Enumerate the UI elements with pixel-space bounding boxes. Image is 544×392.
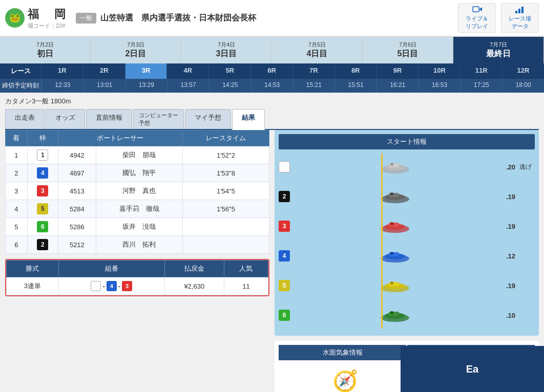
race-info: カタメン3一般 1800m: [5, 97, 539, 106]
svg-rect-0: [473, 7, 479, 12]
table-row: 5 6 5286 坂井 涗哉: [6, 218, 269, 236]
race-row: レース 1R 2R 3R 4R 5R 6R 7R 8R 9R 10R 11R 1…: [0, 63, 544, 93]
th-popularity: 人気: [224, 260, 268, 277]
th-amount: 払戻金: [164, 260, 224, 277]
rank-cell: 4: [6, 200, 28, 218]
lane-badge-3: 3: [279, 221, 290, 232]
time-12: 18:00: [502, 79, 544, 93]
race-num-5[interactable]: 5R: [208, 63, 250, 79]
start-lane-3: 3 .19: [279, 213, 535, 239]
table-row: 2 4 4697 國弘 翔平 1'53"8: [6, 164, 269, 182]
tab-myyo[interactable]: マイ予想: [185, 109, 231, 129]
live-replay-button[interactable]: ライブ＆リプレイ: [458, 3, 496, 33]
date-tab-5[interactable]: 7月6日 5日目: [363, 37, 453, 63]
payout-combo: 1 - 4 - 3: [58, 277, 164, 295]
start-lane-6: 6 .10: [279, 302, 535, 329]
name-cell: 坂井 涗哉: [96, 218, 182, 236]
event-title: 山笠特選 県内選手選抜・日本財団会長杯: [100, 13, 458, 24]
svg-rect-15: [389, 223, 399, 227]
tab-kekka[interactable]: 結果: [232, 109, 265, 130]
waku-cell: 6: [27, 218, 58, 236]
race-label: レース: [0, 63, 41, 79]
start-time-3: .19: [500, 223, 515, 230]
name-cell: 柴田 朋哉: [96, 146, 182, 164]
start-lane-1: 1 .20 逃げ: [279, 154, 535, 180]
start-lane-5: 5 .19: [279, 272, 535, 299]
race-num-8[interactable]: 8R: [334, 63, 376, 79]
table-row: 4 5 5284 嘉手苅 徹哉 1'56"5: [6, 200, 269, 218]
svg-marker-1: [479, 7, 482, 11]
lane-badge-5: 5: [279, 280, 290, 291]
race-nums: 1R 2R 3R 4R 5R 6R 7R 8R 9R 10R 11R 12R: [41, 63, 544, 79]
time-cell: 1'54"5: [182, 182, 269, 200]
date-tab-4[interactable]: 7月5日 4日目: [272, 37, 363, 63]
svg-point-8: [390, 163, 393, 166]
tab-shussohyo[interactable]: 出走表: [5, 109, 45, 129]
tab-odds[interactable]: オッズ: [46, 109, 85, 129]
frog-logo: 🐸: [5, 8, 25, 28]
venue-name: 福 岡: [28, 7, 68, 22]
date-tab-6[interactable]: 7月7日 最終日: [453, 37, 544, 63]
waku-cell: 3: [27, 182, 58, 200]
th-time: レースタイム: [182, 130, 269, 146]
time-6: 14:53: [251, 79, 293, 93]
svg-rect-19: [389, 252, 399, 256]
th-racer: ボートレーサー: [58, 130, 183, 146]
time-4: 13:57: [167, 79, 209, 93]
tab-chokuzen[interactable]: 直前情報: [86, 109, 132, 129]
date-tab-1[interactable]: 7月2日 初日: [0, 37, 91, 63]
race-num-7[interactable]: 7R: [292, 63, 334, 79]
th-type: 勝式: [7, 260, 59, 277]
race-num-4[interactable]: 4R: [166, 63, 208, 79]
race-num-12[interactable]: 12R: [502, 63, 544, 79]
rank-cell: 6: [6, 236, 28, 254]
header-icons: ライブ＆リプレイ レース場データ: [458, 3, 539, 33]
race-num-10[interactable]: 10R: [418, 63, 460, 79]
start-lanes-area: 1 .20 逃げ: [279, 154, 535, 329]
table-row: 1 1 4942 柴田 朋哉 1'52"2: [6, 146, 269, 164]
race-header: レース 1R 2R 3R 4R 5R 6R 7R 8R 9R 10R 11R 1…: [0, 63, 544, 79]
rank-cell: 3: [6, 182, 28, 200]
start-line: [381, 154, 383, 329]
tab-computer[interactable]: コンピューター予想: [133, 109, 184, 129]
boat-area-3: [294, 219, 496, 234]
result-table: 着 枠 ボートレーサー レースタイム 1 1 4942 柴田 朋哉 1'52"2: [5, 130, 269, 254]
date-tabs: 7月2日 初日 7月3日 2日目 7月4日 3日目 7月5日 4日目 7月6日 …: [0, 37, 544, 63]
bottom-text: Ea: [466, 363, 478, 375]
boat-area-1: [294, 159, 496, 175]
sub-tabs: 出走表 オッズ 直前情報 コンピューター予想 マイ予想 結果: [5, 109, 539, 130]
time-9: 16:21: [376, 79, 419, 93]
number-cell: 4697: [58, 164, 96, 182]
rank-cell: 2: [6, 164, 28, 182]
date-tab-3[interactable]: 7月4日 3日目: [181, 37, 272, 63]
svg-rect-27: [389, 312, 399, 316]
race-num-9[interactable]: 9R: [376, 63, 419, 79]
race-num-3[interactable]: 3R: [125, 63, 167, 79]
time-cell: 1'53"8: [182, 164, 269, 182]
svg-point-12: [390, 192, 393, 195]
payout-section: 勝式 組番 払戻金 人気 3連単 1 -: [5, 259, 269, 296]
number-cell: 5284: [58, 200, 96, 218]
lane-badge-6: 6: [279, 310, 290, 321]
weather-title: 水面気象情報: [279, 345, 406, 360]
number-cell: 5212: [58, 236, 96, 254]
time-11: 17:25: [461, 79, 503, 93]
time-cell: [182, 236, 269, 254]
start-time-4: .12: [500, 252, 515, 260]
time-1: 12:33: [41, 79, 83, 93]
start-info: スタート情報 1: [275, 130, 539, 336]
th-waku: 枠: [27, 130, 58, 146]
race-num-11[interactable]: 11R: [460, 63, 502, 79]
logo-area: 🐸 福 岡 場コード：22#: [5, 7, 68, 30]
race-num-6[interactable]: 6R: [250, 63, 292, 79]
race-data-button[interactable]: レース場データ: [501, 3, 539, 33]
svg-point-20: [390, 252, 393, 255]
start-lane-2: 2 .19: [279, 183, 535, 210]
time-5: 14:25: [209, 79, 251, 93]
race-num-1[interactable]: 1R: [41, 63, 83, 79]
date-tab-2[interactable]: 7月3日 2日目: [91, 37, 181, 63]
time-cell: 1'56"5: [182, 200, 269, 218]
waku-cell: 4: [27, 164, 58, 182]
table-row: 6 2 5212 西川 拓利: [6, 236, 269, 254]
race-num-2[interactable]: 2R: [83, 63, 125, 79]
